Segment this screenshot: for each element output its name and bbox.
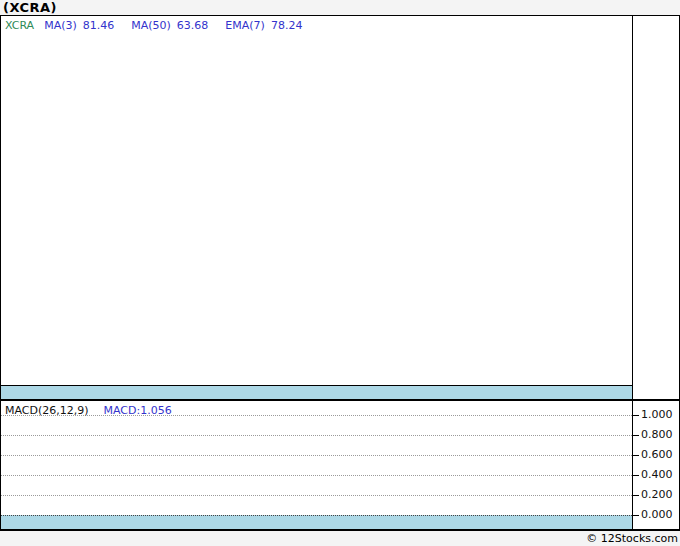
tick-mark [633,415,639,416]
macd-gridline [1,455,632,456]
price-plot-area: XCRAMA(3)81.46MA(50)63.68EMA(7)78.24 [1,16,633,399]
y-axis-tick: 0.000 [633,509,673,521]
watermark: © 12Stocks.com [586,532,678,546]
macd-params-label: MACD(26,12,9) [5,404,89,417]
y-axis-tick: 0.200 [633,489,673,501]
macd-gridline [1,495,632,496]
macd-gridline [1,435,632,436]
y-axis-tick: 0.800 [633,429,673,441]
y-axis-tick: 1.000 [633,409,673,421]
symbol-label: XCRA [5,19,34,32]
tick-label: 0.400 [641,469,673,481]
y-axis-tick: 0.600 [633,449,673,461]
tick-label: 0.000 [641,509,673,521]
price-legend: XCRAMA(3)81.46MA(50)63.68EMA(7)78.24 [5,19,319,32]
ma50-label: MA(50) [131,19,171,32]
macd-value-label: MACD:1.056 [104,404,172,417]
tick-mark [633,515,639,516]
page-title: (XCRA) [3,0,57,15]
ma3-label: MA(3) [44,19,77,32]
tick-label: 1.000 [641,409,673,421]
price-chart-panel: XCRAMA(3)81.46MA(50)63.68EMA(7)78.24 [0,15,680,400]
tick-mark [633,435,639,436]
macd-legend: MACD(26,12,9)MACD:1.056 [5,404,172,417]
macd-plot-area: MACD(26,12,9)MACD:1.056 [1,401,633,529]
tick-label: 0.600 [641,449,673,461]
ema7-value: 78.24 [271,19,303,32]
tick-mark [633,495,639,496]
tick-mark [633,475,639,476]
tick-mark [633,455,639,456]
ma50-value: 63.68 [177,19,209,32]
macd-time-axis-strip [1,515,632,529]
ema7-label: EMA(7) [225,19,265,32]
tick-label: 0.800 [641,429,673,441]
y-axis-tick: 0.400 [633,469,673,481]
macd-y-axis-area: 1.000 0.800 0.600 0.400 0.200 0.000 [633,401,679,529]
price-time-axis-strip [1,385,632,399]
macd-panel: MACD(26,12,9)MACD:1.056 1.000 0.800 0.60… [0,400,680,531]
ma3-value: 81.46 [83,19,115,32]
macd-gridline [1,475,632,476]
tick-label: 0.200 [641,489,673,501]
price-y-axis-area [633,16,679,399]
